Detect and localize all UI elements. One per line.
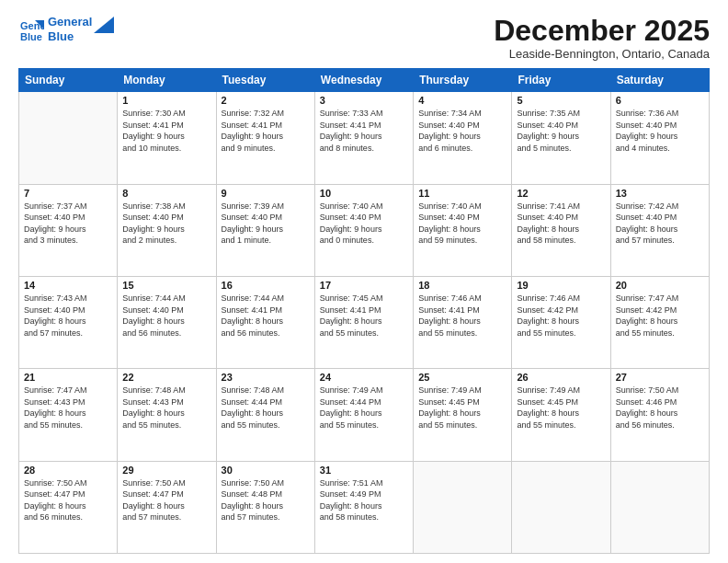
day-cell: 21Sunrise: 7:47 AM Sunset: 4:43 PM Dayli…	[19, 369, 118, 461]
day-cell: 10Sunrise: 7:40 AM Sunset: 4:40 PM Dayli…	[314, 184, 413, 276]
svg-text:Blue: Blue	[20, 31, 42, 42]
day-number: 10	[320, 188, 408, 199]
logo: General Blue General Blue	[18, 15, 114, 43]
week-row-5: 28Sunrise: 7:50 AM Sunset: 4:47 PM Dayli…	[19, 461, 710, 553]
day-cell: 23Sunrise: 7:48 AM Sunset: 4:44 PM Dayli…	[216, 369, 314, 461]
day-cell	[19, 92, 118, 184]
month-title: December 2025	[494, 15, 710, 47]
day-cell: 17Sunrise: 7:45 AM Sunset: 4:41 PM Dayli…	[314, 276, 413, 368]
day-number: 24	[320, 372, 408, 383]
day-cell: 6Sunrise: 7:36 AM Sunset: 4:40 PM Daylig…	[610, 92, 709, 184]
day-cell: 24Sunrise: 7:49 AM Sunset: 4:44 PM Dayli…	[314, 369, 413, 461]
day-number: 25	[418, 372, 506, 383]
day-number: 12	[517, 188, 605, 199]
day-number: 6	[616, 95, 704, 106]
day-info: Sunrise: 7:40 AM Sunset: 4:40 PM Dayligh…	[418, 201, 506, 247]
day-number: 20	[616, 280, 704, 291]
day-cell	[414, 461, 512, 553]
day-info: Sunrise: 7:50 AM Sunset: 4:46 PM Dayligh…	[616, 385, 704, 431]
col-wednesday: Wednesday	[314, 69, 413, 92]
logo-general: General	[48, 15, 92, 29]
week-row-1: 1Sunrise: 7:30 AM Sunset: 4:41 PM Daylig…	[19, 92, 710, 184]
day-cell: 11Sunrise: 7:40 AM Sunset: 4:40 PM Dayli…	[414, 184, 512, 276]
day-number: 5	[517, 95, 605, 106]
day-cell: 4Sunrise: 7:34 AM Sunset: 4:40 PM Daylig…	[414, 92, 512, 184]
day-info: Sunrise: 7:41 AM Sunset: 4:40 PM Dayligh…	[517, 201, 605, 247]
day-cell: 29Sunrise: 7:50 AM Sunset: 4:47 PM Dayli…	[118, 461, 216, 553]
day-info: Sunrise: 7:50 AM Sunset: 4:47 PM Dayligh…	[24, 477, 112, 523]
week-row-2: 7Sunrise: 7:37 AM Sunset: 4:40 PM Daylig…	[19, 184, 710, 276]
day-info: Sunrise: 7:33 AM Sunset: 4:41 PM Dayligh…	[320, 108, 408, 154]
day-number: 1	[122, 95, 210, 106]
day-info: Sunrise: 7:50 AM Sunset: 4:48 PM Dayligh…	[222, 477, 310, 523]
day-cell: 25Sunrise: 7:49 AM Sunset: 4:45 PM Dayli…	[414, 369, 512, 461]
logo-icon: General Blue	[18, 17, 44, 42]
day-info: Sunrise: 7:47 AM Sunset: 4:42 PM Dayligh…	[616, 293, 704, 339]
day-info: Sunrise: 7:30 AM Sunset: 4:41 PM Dayligh…	[122, 108, 210, 154]
day-number: 29	[122, 465, 210, 476]
day-info: Sunrise: 7:46 AM Sunset: 4:42 PM Dayligh…	[517, 293, 605, 339]
day-number: 30	[222, 465, 310, 476]
day-number: 21	[24, 372, 112, 383]
day-cell: 27Sunrise: 7:50 AM Sunset: 4:46 PM Dayli…	[610, 369, 709, 461]
day-number: 4	[418, 95, 506, 106]
day-cell: 28Sunrise: 7:50 AM Sunset: 4:47 PM Dayli…	[19, 461, 118, 553]
day-number: 23	[222, 372, 310, 383]
col-thursday: Thursday	[414, 69, 512, 92]
day-number: 14	[24, 280, 112, 291]
day-number: 19	[517, 280, 605, 291]
day-number: 26	[517, 372, 605, 383]
day-cell: 16Sunrise: 7:44 AM Sunset: 4:41 PM Dayli…	[216, 276, 314, 368]
day-info: Sunrise: 7:43 AM Sunset: 4:40 PM Dayligh…	[24, 293, 112, 339]
col-friday: Friday	[512, 69, 610, 92]
day-cell: 15Sunrise: 7:44 AM Sunset: 4:40 PM Dayli…	[118, 276, 216, 368]
day-number: 11	[418, 188, 506, 199]
day-cell: 5Sunrise: 7:35 AM Sunset: 4:40 PM Daylig…	[512, 92, 610, 184]
day-info: Sunrise: 7:47 AM Sunset: 4:43 PM Dayligh…	[24, 385, 112, 431]
day-info: Sunrise: 7:44 AM Sunset: 4:40 PM Dayligh…	[122, 293, 210, 339]
day-number: 18	[418, 280, 506, 291]
day-number: 17	[320, 280, 408, 291]
day-info: Sunrise: 7:32 AM Sunset: 4:41 PM Dayligh…	[222, 108, 310, 154]
day-info: Sunrise: 7:37 AM Sunset: 4:40 PM Dayligh…	[24, 201, 112, 247]
day-cell: 3Sunrise: 7:33 AM Sunset: 4:41 PM Daylig…	[314, 92, 413, 184]
day-cell: 8Sunrise: 7:38 AM Sunset: 4:40 PM Daylig…	[118, 184, 216, 276]
day-cell: 19Sunrise: 7:46 AM Sunset: 4:42 PM Dayli…	[512, 276, 610, 368]
day-info: Sunrise: 7:49 AM Sunset: 4:45 PM Dayligh…	[418, 385, 506, 431]
day-cell: 31Sunrise: 7:51 AM Sunset: 4:49 PM Dayli…	[314, 461, 413, 553]
day-info: Sunrise: 7:36 AM Sunset: 4:40 PM Dayligh…	[616, 108, 704, 154]
day-cell: 9Sunrise: 7:39 AM Sunset: 4:40 PM Daylig…	[216, 184, 314, 276]
day-cell: 14Sunrise: 7:43 AM Sunset: 4:40 PM Dayli…	[19, 276, 118, 368]
header-row: Sunday Monday Tuesday Wednesday Thursday…	[19, 69, 710, 92]
day-cell: 2Sunrise: 7:32 AM Sunset: 4:41 PM Daylig…	[216, 92, 314, 184]
logo-blue: Blue	[48, 29, 92, 44]
day-number: 28	[24, 465, 112, 476]
logo-arrow-icon	[94, 17, 114, 33]
day-number: 7	[24, 188, 112, 199]
day-info: Sunrise: 7:46 AM Sunset: 4:41 PM Dayligh…	[418, 293, 506, 339]
day-info: Sunrise: 7:48 AM Sunset: 4:44 PM Dayligh…	[222, 385, 310, 431]
col-monday: Monday	[118, 69, 216, 92]
day-cell: 13Sunrise: 7:42 AM Sunset: 4:40 PM Dayli…	[610, 184, 709, 276]
day-cell: 22Sunrise: 7:48 AM Sunset: 4:43 PM Dayli…	[118, 369, 216, 461]
day-cell	[610, 461, 709, 553]
day-cell: 20Sunrise: 7:47 AM Sunset: 4:42 PM Dayli…	[610, 276, 709, 368]
day-number: 8	[122, 188, 210, 199]
day-number: 27	[616, 372, 704, 383]
day-info: Sunrise: 7:48 AM Sunset: 4:43 PM Dayligh…	[122, 385, 210, 431]
day-number: 2	[222, 95, 310, 106]
day-info: Sunrise: 7:38 AM Sunset: 4:40 PM Dayligh…	[122, 201, 210, 247]
day-cell: 18Sunrise: 7:46 AM Sunset: 4:41 PM Dayli…	[414, 276, 512, 368]
day-number: 13	[616, 188, 704, 199]
day-cell	[512, 461, 610, 553]
day-info: Sunrise: 7:44 AM Sunset: 4:41 PM Dayligh…	[222, 293, 310, 339]
day-info: Sunrise: 7:35 AM Sunset: 4:40 PM Dayligh…	[517, 108, 605, 154]
week-row-3: 14Sunrise: 7:43 AM Sunset: 4:40 PM Dayli…	[19, 276, 710, 368]
day-number: 22	[122, 372, 210, 383]
header: General Blue General Blue December 2025 …	[18, 15, 710, 61]
col-tuesday: Tuesday	[216, 69, 314, 92]
day-info: Sunrise: 7:34 AM Sunset: 4:40 PM Dayligh…	[418, 108, 506, 154]
title-area: December 2025 Leaside-Bennington, Ontari…	[494, 15, 710, 61]
calendar-table: Sunday Monday Tuesday Wednesday Thursday…	[18, 68, 710, 554]
day-cell: 30Sunrise: 7:50 AM Sunset: 4:48 PM Dayli…	[216, 461, 314, 553]
